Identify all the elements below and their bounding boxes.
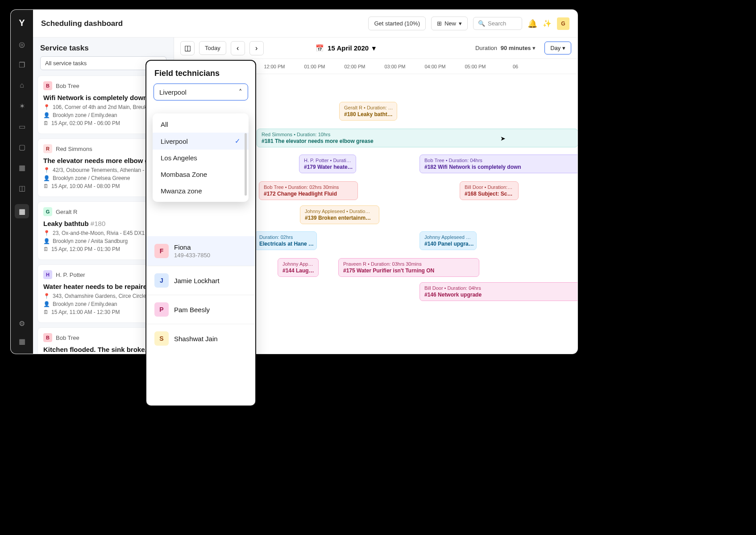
zone-option-label: All [161,121,168,128]
event-meta: Johnny Appleseed • Duratio… [305,209,374,214]
calendar-icon: 🗓 [43,309,49,315]
location-icon: 📍 [43,104,50,110]
event-ticket: #168 [465,191,477,197]
scheduled-event[interactable]: Red Simmons • Duration: 10hrs#181 The el… [257,129,577,147]
event-ticket: #181 [262,138,274,144]
nav-icon-assets[interactable]: ▦ [17,163,26,172]
event-ticket: #180 [344,111,356,117]
scheduled-event[interactable]: Johnny Appleseed • Duratio…#139 Broken e… [300,205,379,224]
scheduled-event[interactable]: H. P. Potter • Durati…#179 Water heate… [299,155,356,173]
event-title: Electricals at Hane … [259,241,312,247]
duration-value: 90 minutes [501,45,531,51]
technician-item[interactable]: S Shashwat Jain [146,324,255,353]
duration-label: Duration [475,45,497,51]
chevron-down-icon: ▾ [459,20,462,27]
schedule-toolbar: ◫ Today ‹ › 📅 15 April 2020 ▾ Duration 9… [174,38,577,59]
user-avatar[interactable]: G [557,17,569,30]
event-meta: Bill Door • Duration:… [465,184,514,190]
event-ticket: #179 [304,164,316,170]
assignee-initial-badge: B [43,333,52,342]
event-meta: Johnny App… [282,261,314,267]
location-icon: 📍 [43,293,50,299]
nav-icon-contacts[interactable]: ⌂ [17,81,26,90]
scheduled-event[interactable]: Johnny App…#144 Laug… [278,258,319,277]
nav-icon-chat[interactable]: ▢ [17,142,26,151]
zone-option[interactable]: Mombasa Zone [153,166,249,183]
person-icon: 👤 [43,238,50,244]
person-icon: 👤 [43,112,50,118]
duration-selector[interactable]: Duration 90 minutes ▾ [475,45,536,51]
event-title: #175 Water Purifier isn't Turning ON [343,268,474,274]
chevron-up-icon: ˄ [239,88,242,96]
person-icon: 👤 [43,301,50,307]
nav-icon-schedule[interactable]: ▦ [15,204,29,218]
task-ticket-number: #180 [91,220,105,227]
sparkle-icon[interactable]: ✨ [543,19,552,28]
assignee-name: Bob Tree [56,83,79,89]
scheduled-event[interactable]: Johnny Appleseed …#140 Panel upgra… [420,231,477,250]
zone-option[interactable]: Mwanza zone [153,183,249,199]
prev-day-button[interactable]: ‹ [231,41,245,55]
nav-icon-apps[interactable]: ▦ [17,337,26,346]
event-ticket: #182 [424,164,436,170]
zone-dropdown-menu: AllLiverpool✓Los AngelesMombasa ZoneMwan… [153,113,249,202]
nav-icon-kb[interactable]: ▭ [17,122,26,131]
get-started-button[interactable]: Get started (10%) [368,17,426,30]
scheduled-event[interactable]: Bill Door • Duration:…#168 Subject: Sc… [460,181,519,200]
view-mode-select[interactable]: Day ▾ [544,42,571,54]
plus-icon: ⊞ [437,20,442,27]
nav-icon-tickets[interactable]: ❐ [17,60,26,69]
technician-initial-badge: P [154,302,169,317]
popover-title: Field technicians [146,61,255,84]
scheduled-event[interactable]: Geralt R • Duration: …#180 Leaky batht… [339,102,397,121]
today-button[interactable]: Today [199,41,226,55]
notifications-icon[interactable]: 🔔 [528,19,537,29]
scheduled-event[interactable]: Bill Door • Duration: 04hrs#146 Network … [420,282,577,301]
zone-selected-value: Liverpool [159,88,187,96]
scheduled-event[interactable]: Bob Tree • Duration: 02hrs 30mins#172 Ch… [259,181,358,200]
assignee-initial-badge: B [43,81,52,90]
person-icon: 👤 [43,175,50,181]
event-title: #172 Change Headlight Fluid [264,191,353,197]
technician-item[interactable]: F Fiona149-433-7850 [146,236,255,266]
scheduled-event[interactable]: Praveen R • Duration: 03hrs 30mins#175 W… [338,258,479,277]
technician-phone: 149-433-7850 [174,252,210,259]
app-logo: Y [19,18,25,28]
nav-icon-reports[interactable]: ◫ [17,184,26,192]
nav-icon-settings[interactable]: ⚙ [17,319,26,328]
zone-option[interactable]: All [153,116,249,133]
calendar-icon: 🗓 [43,120,49,126]
current-date[interactable]: 📅 15 April 2020 ▾ [316,44,376,52]
technician-name: Pam Beesly [174,306,210,313]
new-button-label: New [444,20,456,27]
scheduled-event[interactable]: Duration: 02hrsElectricals at Hane … [254,231,317,250]
zone-select[interactable]: Liverpool ˄ [154,84,248,100]
toggle-panel-button[interactable]: ◫ [180,41,195,55]
technician-item[interactable]: P Pam Beesly [146,295,255,324]
event-ticket: #146 [424,292,436,298]
assignee-name: Red Simmons [56,146,92,152]
event-meta: Bob Tree • Duration: 04hrs [424,158,575,163]
scheduled-event[interactable]: Bob Tree • Duration: 04hrs#182 Wifi Netw… [420,155,577,173]
chevron-down-icon: ▾ [372,44,376,52]
assignee-initial-badge: G [43,207,52,216]
next-day-button[interactable]: › [249,41,264,55]
nav-icon-dashboard[interactable]: ◎ [17,40,26,49]
new-button[interactable]: ⊞ New ▾ [431,17,468,30]
left-nav-rail: Y ◎ ❐ ⌂ ✶ ▭ ▢ ▦ ◫ ▦ ⚙ ▦ [11,10,33,354]
event-ticket: #139 [305,215,317,221]
zone-option[interactable]: Liverpool✓ [153,133,249,150]
nav-icon-network[interactable]: ✶ [17,101,26,110]
calendar-icon: 📅 [316,44,324,52]
time-column-label: 06 [495,64,536,69]
zone-option[interactable]: Los Angeles [153,150,249,166]
technician-item[interactable]: J Jamie Lockhart [146,266,255,295]
event-title: #144 Laug… [282,268,314,274]
time-column-label: 01:00 PM [295,64,335,69]
search-input[interactable]: 🔍 Search [473,17,522,30]
event-title: #182 Wifi Network is completely down [424,164,575,170]
technicians-list: F Fiona149-433-7850J Jamie LockhartP Pam… [146,236,255,405]
technician-initial-badge: F [154,244,169,258]
dropdown-scrollbar[interactable] [245,133,247,196]
calendar-icon: 🗓 [43,183,49,189]
